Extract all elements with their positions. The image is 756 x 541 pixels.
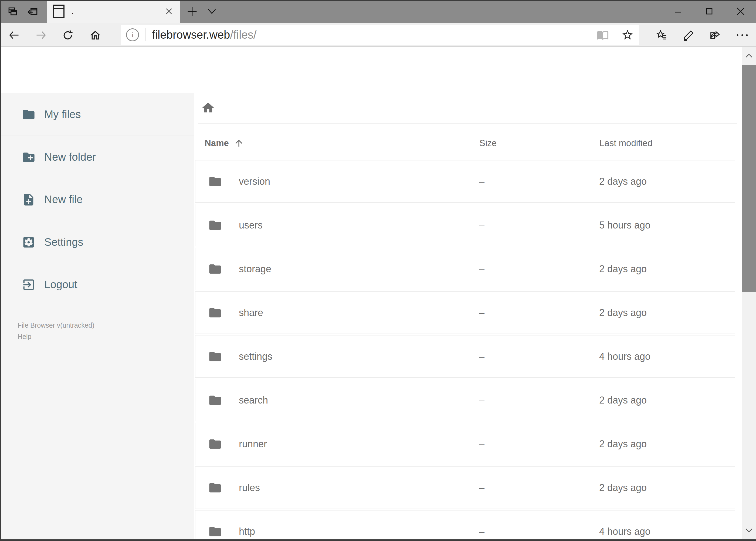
ink-pen-icon[interactable] bbox=[682, 29, 694, 41]
listing-header: Name Size Last modified bbox=[195, 132, 735, 154]
file-row[interactable]: share – 2 days ago bbox=[195, 291, 735, 334]
browser-navbar: i filebrowser.web /files/ bbox=[0, 23, 756, 47]
breadcrumb-home-icon[interactable] bbox=[201, 101, 215, 115]
url-host: filebrowser.web bbox=[152, 28, 230, 41]
new-file-icon bbox=[22, 193, 36, 207]
logout-icon bbox=[22, 277, 36, 292]
browser-tab[interactable]: . bbox=[47, 0, 180, 23]
file-row[interactable]: runner – 2 days ago bbox=[195, 423, 735, 465]
tab-dropdown-icon[interactable] bbox=[206, 8, 217, 16]
vertical-scrollbar[interactable] bbox=[742, 47, 756, 539]
sidebar-item-new-folder[interactable]: New folder bbox=[1, 136, 194, 178]
sidebar-item-my-files[interactable]: My files bbox=[1, 93, 194, 136]
reading-view-icon bbox=[597, 29, 609, 41]
file-row[interactable]: version – 2 days ago bbox=[195, 160, 735, 203]
file-modified: 5 hours ago bbox=[599, 220, 735, 231]
scrollbar-thumb[interactable] bbox=[742, 65, 756, 292]
file-name: share bbox=[239, 307, 263, 318]
scroll-up-icon[interactable] bbox=[742, 47, 756, 65]
window-border-left bbox=[0, 0, 1, 541]
file-name: storage bbox=[239, 264, 271, 275]
sidebar-item-settings[interactable]: Settings bbox=[1, 221, 194, 264]
column-name-label: Name bbox=[205, 138, 229, 148]
file-name: http bbox=[239, 526, 255, 537]
file-size: – bbox=[479, 307, 599, 318]
file-row[interactable]: search – 2 days ago bbox=[195, 379, 735, 421]
file-name: users bbox=[239, 220, 263, 231]
browser-titlebar: . bbox=[0, 0, 756, 23]
back-icon[interactable] bbox=[8, 29, 20, 41]
column-modified[interactable]: Last modified bbox=[600, 138, 735, 148]
file-name: settings bbox=[239, 351, 272, 362]
sidebar-item-label: Logout bbox=[44, 278, 77, 290]
maximize-button[interactable] bbox=[695, 0, 723, 23]
file-modified: 4 hours ago bbox=[599, 351, 735, 362]
file-name: search bbox=[239, 395, 268, 406]
site-info-icon[interactable]: i bbox=[126, 28, 139, 41]
tab-title: . bbox=[72, 7, 164, 16]
sidebar-item-label: New folder bbox=[44, 151, 96, 163]
listing-rows: version – 2 days ago users – 5 hours ago… bbox=[195, 160, 735, 541]
folder-icon bbox=[22, 108, 36, 122]
file-size: – bbox=[479, 264, 599, 275]
file-size: – bbox=[479, 176, 599, 187]
file-row[interactable]: storage – 2 days ago bbox=[195, 248, 735, 290]
tab-previews-icon[interactable] bbox=[7, 6, 19, 18]
version-text: File Browser v(untracked) bbox=[18, 321, 95, 329]
new-tab-icon[interactable] bbox=[186, 5, 198, 17]
sidebar-item-label: My files bbox=[44, 108, 81, 121]
file-name: runner bbox=[239, 438, 267, 450]
hub-favorites-icon[interactable] bbox=[655, 29, 667, 41]
folder-icon bbox=[208, 525, 222, 539]
file-row[interactable]: rules – 2 days ago bbox=[195, 466, 735, 509]
file-listing: Name Size Last modified version – 2 days… bbox=[194, 93, 742, 539]
file-modified: 2 days ago bbox=[599, 264, 735, 275]
file-modified: 4 hours ago bbox=[599, 526, 735, 537]
file-row[interactable]: users – 5 hours ago bbox=[195, 204, 735, 246]
file-name: version bbox=[239, 176, 270, 187]
url-bar[interactable]: i filebrowser.web /files/ bbox=[121, 25, 639, 45]
sidebar-item-label: Settings bbox=[44, 236, 84, 248]
sort-ascending-icon bbox=[234, 138, 244, 148]
file-size: – bbox=[479, 438, 599, 450]
share-icon[interactable] bbox=[709, 29, 721, 41]
window-border-bottom bbox=[0, 539, 756, 541]
favorite-star-icon[interactable] bbox=[621, 29, 634, 41]
column-size[interactable]: Size bbox=[479, 138, 600, 148]
tab-close-icon[interactable] bbox=[164, 7, 173, 16]
file-modified: 2 days ago bbox=[599, 438, 735, 450]
close-button[interactable] bbox=[727, 0, 755, 23]
file-size: – bbox=[479, 351, 599, 362]
url-separator bbox=[145, 28, 145, 41]
forward-icon[interactable] bbox=[35, 29, 47, 41]
scroll-down-icon[interactable] bbox=[742, 522, 756, 539]
sidebar-item-logout[interactable]: Logout bbox=[1, 264, 194, 306]
refresh-icon[interactable] bbox=[62, 29, 74, 41]
file-name: rules bbox=[239, 482, 260, 493]
folder-icon bbox=[208, 393, 222, 407]
sidebar-item-label: New file bbox=[44, 194, 83, 206]
file-modified: 2 days ago bbox=[599, 307, 735, 318]
sidebar-item-new-file[interactable]: New file bbox=[1, 178, 194, 221]
file-row[interactable]: http – 4 hours ago bbox=[195, 510, 735, 541]
url-path: /files/ bbox=[230, 28, 256, 41]
folder-icon bbox=[208, 218, 222, 232]
help-link[interactable]: Help bbox=[18, 331, 194, 342]
folder-icon bbox=[208, 306, 222, 320]
home-icon[interactable] bbox=[89, 29, 101, 41]
file-size: – bbox=[479, 220, 599, 231]
window-border-top bbox=[0, 0, 756, 1]
file-modified: 2 days ago bbox=[599, 395, 735, 406]
filebrowser-header: Search... bbox=[1, 47, 742, 93]
set-tabs-aside-icon[interactable] bbox=[27, 6, 39, 18]
minimize-button[interactable] bbox=[664, 0, 692, 23]
settings-gear-icon bbox=[22, 235, 36, 249]
more-ellipsis-icon[interactable] bbox=[735, 32, 747, 44]
file-row[interactable]: settings – 4 hours ago bbox=[195, 335, 735, 377]
folder-icon bbox=[208, 175, 222, 189]
page-icon bbox=[53, 5, 65, 18]
file-modified: 2 days ago bbox=[599, 176, 735, 187]
folder-icon bbox=[208, 262, 222, 276]
file-size: – bbox=[479, 482, 599, 493]
column-name[interactable]: Name bbox=[195, 138, 479, 148]
